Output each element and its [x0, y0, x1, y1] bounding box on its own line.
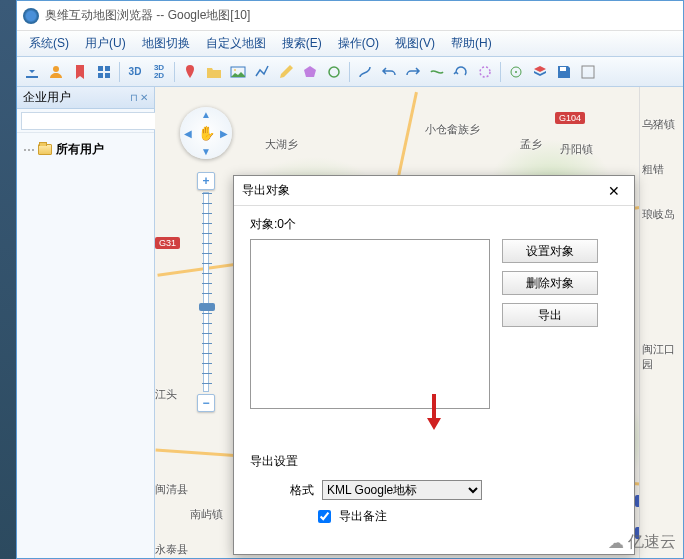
menu-custom-map[interactable]: 自定义地图 — [198, 32, 274, 55]
picture-icon[interactable] — [227, 61, 249, 83]
sidebar: 企业用户 ⊓ ✕ ⋯ 所有用户 — [17, 87, 155, 558]
svg-rect-11 — [560, 67, 566, 71]
map-label: 粗错 — [642, 162, 681, 177]
svg-rect-2 — [105, 66, 110, 71]
svg-rect-12 — [582, 66, 594, 78]
tree-root-item[interactable]: ⋯ 所有用户 — [23, 139, 148, 160]
polyline-icon[interactable] — [251, 61, 273, 83]
undo-icon[interactable] — [378, 61, 400, 83]
pencil-icon[interactable] — [275, 61, 297, 83]
map-label: 闽江口园 — [642, 342, 681, 372]
close-panel-icon[interactable]: ✕ — [140, 92, 148, 103]
menu-search[interactable]: 搜索(E) — [274, 32, 330, 55]
route-icon[interactable] — [354, 61, 376, 83]
map-label: 乌猪镇 — [642, 117, 681, 132]
folder-icon — [38, 144, 52, 155]
dialog-close-button[interactable]: ✕ — [602, 179, 626, 203]
objects-count-label: 对象:0个 — [250, 216, 618, 233]
pan-control[interactable]: ▲ ▼ ◀ ▶ ✋ — [180, 107, 232, 159]
export-dialog: 导出对象 ✕ 对象:0个 设置对象 删除对象 导出 导出设置 格式 KML Go… — [233, 175, 635, 555]
set-objects-button[interactable]: 设置对象 — [502, 239, 598, 263]
map-label: 孟乡 — [520, 137, 542, 152]
menu-view[interactable]: 视图(V) — [387, 32, 443, 55]
map-label: 大湖乡 — [265, 137, 298, 152]
folder-icon[interactable] — [203, 61, 225, 83]
refresh-icon[interactable] — [450, 61, 472, 83]
map-label: 永泰县 — [155, 542, 188, 557]
pan-east-icon[interactable]: ▶ — [220, 128, 228, 139]
titlebar: 奥维互动地图浏览器 -- Google地图[10] — [17, 1, 683, 31]
svg-rect-1 — [98, 66, 103, 71]
window-title: 奥维互动地图浏览器 -- Google地图[10] — [45, 7, 250, 24]
watermark: ☁ 亿速云 — [608, 532, 676, 553]
watermark-text: 亿速云 — [628, 532, 676, 553]
road-shield-g104: G104 — [555, 112, 585, 124]
target-icon[interactable] — [505, 61, 527, 83]
svg-point-6 — [234, 69, 236, 71]
user-icon[interactable] — [45, 61, 67, 83]
export-remark-checkbox[interactable] — [318, 510, 331, 523]
zoom-thumb[interactable] — [199, 303, 215, 311]
format-select[interactable]: KML Google地标 — [322, 480, 482, 500]
pan-south-icon[interactable]: ▼ — [201, 146, 211, 157]
cloud-icon: ☁ — [608, 533, 624, 552]
menu-operate[interactable]: 操作(O) — [330, 32, 387, 55]
app-icon — [23, 8, 39, 24]
sidebar-title: 企业用户 — [23, 89, 71, 106]
download-icon[interactable] — [21, 61, 43, 83]
3d-button[interactable]: 3D — [124, 61, 146, 83]
pan-north-icon[interactable]: ▲ — [201, 109, 211, 120]
arrow-down-icon — [424, 394, 444, 433]
layers-icon[interactable] — [529, 61, 551, 83]
more-icon[interactable] — [577, 61, 599, 83]
menu-system[interactable]: 系统(S) — [21, 32, 77, 55]
polygon-icon[interactable] — [299, 61, 321, 83]
user-tree: ⋯ 所有用户 — [17, 133, 154, 558]
menu-user[interactable]: 用户(U) — [77, 32, 134, 55]
toolbar: 3D 3D2D — [17, 57, 683, 87]
circle-icon[interactable] — [323, 61, 345, 83]
zoom-out-button[interactable]: − — [197, 394, 215, 412]
bookmark-icon[interactable] — [69, 61, 91, 83]
delete-objects-button[interactable]: 删除对象 — [502, 271, 598, 295]
dialog-title: 导出对象 — [242, 182, 290, 199]
svg-point-8 — [480, 67, 490, 77]
road-shield-g31: G31 — [155, 237, 180, 249]
map-label: 南屿镇 — [190, 507, 223, 522]
menubar: 系统(S) 用户(U) 地图切换 自定义地图 搜索(E) 操作(O) 视图(V)… — [17, 31, 683, 57]
3d2d-button[interactable]: 3D2D — [148, 61, 170, 83]
zoom-slider[interactable] — [203, 192, 209, 392]
svg-point-0 — [53, 66, 59, 72]
menu-map-switch[interactable]: 地图切换 — [134, 32, 198, 55]
export-settings-title: 导出设置 — [250, 453, 618, 470]
track-icon[interactable] — [426, 61, 448, 83]
map-label: 闽清县 — [155, 482, 188, 497]
redo-icon[interactable] — [402, 61, 424, 83]
svg-rect-3 — [98, 73, 103, 78]
tree-root-label: 所有用户 — [56, 141, 104, 158]
export-remark-label: 导出备注 — [339, 508, 387, 525]
export-button[interactable]: 导出 — [502, 303, 598, 327]
objects-listbox[interactable] — [250, 239, 490, 409]
pan-west-icon[interactable]: ◀ — [184, 128, 192, 139]
tree-expand-icon[interactable]: ⋯ — [23, 143, 34, 157]
svg-point-7 — [329, 67, 339, 77]
pin-icon[interactable] — [179, 61, 201, 83]
map-right-edge: 乌猪镇 粗错 琅岐岛 闽江口园 — [639, 87, 683, 558]
svg-rect-4 — [105, 73, 110, 78]
map-label: 琅岐岛 — [642, 207, 681, 222]
zoom-control: + − — [197, 172, 215, 412]
svg-point-10 — [515, 71, 517, 73]
map-label: 江头 — [155, 387, 177, 402]
sidebar-search-input[interactable] — [21, 112, 169, 130]
dialog-titlebar[interactable]: 导出对象 ✕ — [234, 176, 634, 206]
zoom-in-button[interactable]: + — [197, 172, 215, 190]
menu-help[interactable]: 帮助(H) — [443, 32, 500, 55]
save-icon[interactable] — [553, 61, 575, 83]
grid-icon[interactable] — [93, 61, 115, 83]
ring-icon[interactable] — [474, 61, 496, 83]
map-label: 丹阳镇 — [560, 142, 593, 157]
map-label: 小仓畲族乡 — [425, 122, 480, 137]
pin-icon[interactable]: ⊓ — [130, 92, 138, 103]
pan-hand-icon[interactable]: ✋ — [198, 125, 215, 141]
